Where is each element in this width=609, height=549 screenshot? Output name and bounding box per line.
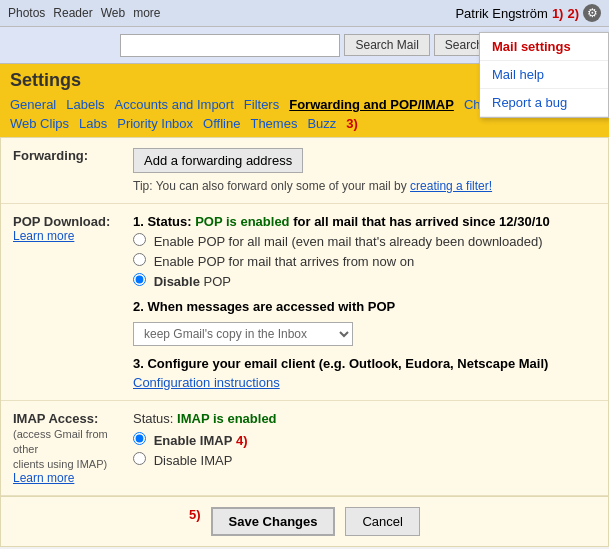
annotation-3: 3) [346,116,358,131]
pop-section-3: 3. Configure your email client (e.g. Out… [133,356,596,390]
imap-option-enable: Enable IMAP 4) [133,432,596,448]
annotation-1: 1) [552,6,564,21]
pop-content: 1. Status: POP is enabled for all mail t… [133,214,596,390]
imap-radio-enable[interactable] [133,432,146,445]
nav-web[interactable]: Web [101,6,125,20]
imap-sublabel-2: clients using IMAP) [13,458,107,470]
pop-section-2: 2. When messages are accessed with POP k… [133,299,596,346]
nav-offline[interactable]: Offline [203,114,240,133]
imap-status-enabled: IMAP is enabled [177,411,276,426]
forwarding-section: Forwarding: Add a forwarding address Tip… [1,138,608,204]
pop-configure-text: 3. Configure your email client [133,356,315,371]
nav-photos[interactable]: Photos [8,6,45,20]
search-input[interactable] [120,34,340,57]
pop-option-all-mail-text: Enable POP for all mail (even mail that'… [154,234,543,249]
pop-option-all-mail: Enable POP for all mail (even mail that'… [133,233,596,249]
fwd-tip-text: Tip: You can also forward only some of y… [133,179,407,193]
pop-accessed-heading: 2. When messages are accessed with POP [133,299,596,314]
pop-download-section: POP Download: Learn more 1. Status: POP … [1,204,608,401]
creating-filter-link[interactable]: creating a filter! [410,179,492,193]
nav-filters[interactable]: Filters [244,95,279,114]
settings-gear-icon[interactable]: ⚙ [583,4,601,22]
pop-download-text: POP Download: [13,214,110,229]
nav-web-clips[interactable]: Web Clips [10,114,69,133]
imap-radio-disable[interactable] [133,452,146,465]
nav-labs[interactable]: Labs [79,114,107,133]
forwarding-tip: Tip: You can also forward only some of y… [133,179,596,193]
nav-accounts-import[interactable]: Accounts and Import [115,95,234,114]
pop-status-enabled: POP is enabled [195,214,289,229]
annotation-2: 2) [567,6,579,21]
imap-enable-label[interactable]: Enable IMAP [133,433,236,448]
nav-reader[interactable]: Reader [53,6,92,20]
pop-radio-from-now[interactable] [133,253,146,266]
nav-general[interactable]: General [10,95,56,114]
imap-disable-label[interactable]: Disable IMAP [133,453,232,468]
nav-priority-inbox[interactable]: Priority Inbox [117,114,193,133]
pop-status-heading: 1. Status: POP is enabled for all mail t… [133,214,596,229]
imap-disable-text: Disable IMAP [154,453,233,468]
pop-configure-heading: 3. Configure your email client (e.g. Out… [133,356,596,371]
settings-dropdown: Mail settings Mail help Report a bug [479,32,609,118]
imap-learn-more-link[interactable]: Learn more [13,471,133,485]
nav-themes[interactable]: Themes [250,114,297,133]
imap-option-disable: Disable IMAP [133,452,596,468]
nav-labels[interactable]: Labels [66,95,104,114]
pop-learn-more-link[interactable]: Learn more [13,229,133,243]
add-forwarding-address-button[interactable]: Add a forwarding address [133,148,303,173]
pop-download-label: POP Download: Learn more [13,214,133,243]
pop-option-from-now-label[interactable]: Enable POP for mail that arrives from no… [133,254,414,269]
pop-status-detail: for all mail that has arrived since 12/3… [293,214,550,229]
main-content: Forwarding: Add a forwarding address Tip… [0,137,609,547]
pop-disable-bold: Disable [154,274,200,289]
menu-mail-help[interactable]: Mail help [480,61,608,89]
imap-status-prefix: Status: [133,411,173,426]
pop-option-disable-label[interactable]: Disable POP [133,274,231,289]
pop-option-disable: Disable POP [133,273,596,289]
imap-enable-text: Enable IMAP [154,433,233,448]
forwarding-label: Forwarding: [13,148,133,163]
nav-buzz[interactable]: Buzz [307,114,336,133]
top-nav: Photos Reader Web more [8,6,161,20]
annotation-5: 5) [189,507,201,536]
save-changes-button[interactable]: Save Changes [211,507,336,536]
imap-label: IMAP Access: (access Gmail from other cl… [13,411,133,485]
pop-disable-text: POP [204,274,231,289]
pop-option-all-mail-label[interactable]: Enable POP for all mail (even mail that'… [133,234,542,249]
imap-access-section: IMAP Access: (access Gmail from other cl… [1,401,608,496]
bottom-bar: 5) Save Changes Cancel [1,496,608,546]
annotation-4: 4) [236,433,248,448]
menu-mail-settings[interactable]: Mail settings [480,33,608,61]
cancel-button[interactable]: Cancel [345,507,419,536]
user-area: Patrik Engström 1) 2) ⚙ Mail settings Ma… [455,4,601,22]
imap-sublabel-1: (access Gmail from other [13,428,108,455]
pop-heading-text: 1. Status: [133,214,192,229]
pop-option-from-now: Enable POP for mail that arrives from no… [133,253,596,269]
pop-configure-detail: (e.g. Outlook, Eudora, Netscape Mail) [319,356,549,371]
search-mail-button[interactable]: Search Mail [344,34,429,56]
imap-status: Status: IMAP is enabled [133,411,596,426]
pop-radio-all-mail[interactable] [133,233,146,246]
pop-copy-dropdown[interactable]: keep Gmail's copy in the Inbox [133,322,353,346]
configuration-instructions-link[interactable]: Configuration instructions [133,375,596,390]
pop-radio-disable[interactable] [133,273,146,286]
pop-option-from-now-text: Enable POP for mail that arrives from no… [154,254,415,269]
imap-content: Status: IMAP is enabled Enable IMAP 4) D… [133,411,596,472]
nav-more[interactable]: more [133,6,160,20]
forwarding-content: Add a forwarding address Tip: You can al… [133,148,596,193]
nav-forwarding-pop-imap[interactable]: Forwarding and POP/IMAP [289,95,454,114]
top-bar: Photos Reader Web more Patrik Engström 1… [0,0,609,27]
menu-report-bug[interactable]: Report a bug [480,89,608,117]
username: Patrik Engström [455,6,547,21]
imap-label-text: IMAP Access: [13,411,98,426]
